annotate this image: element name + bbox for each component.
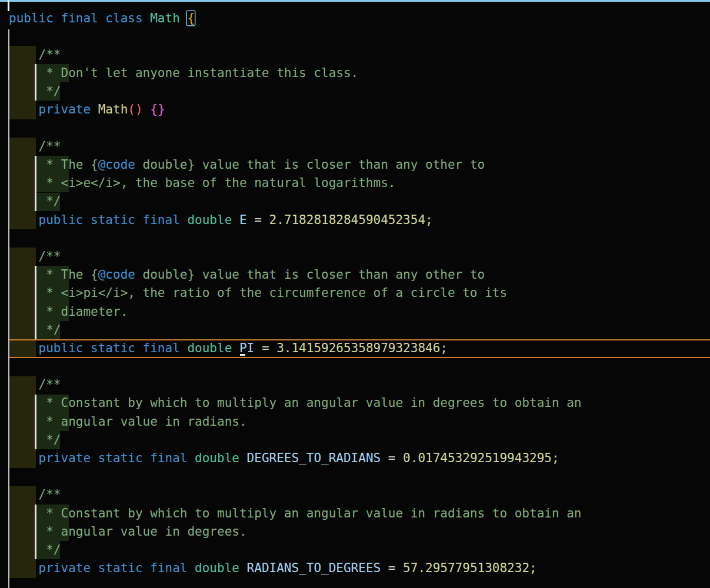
code-token: */ <box>9 543 61 557</box>
code-token: */ <box>9 433 61 447</box>
code-token: public final class <box>9 11 150 25</box>
current-line-border-bottom <box>9 357 710 358</box>
code-token: */ <box>9 84 61 98</box>
code-line[interactable]: /** <box>9 486 582 504</box>
code-line[interactable] <box>9 358 582 376</box>
code-line[interactable]: public static final double PI = 3.141592… <box>9 339 582 358</box>
code-token: = <box>247 213 269 227</box>
code-token: */ <box>9 194 61 208</box>
code-token: Math <box>150 11 180 25</box>
code-line[interactable]: * angular value in degrees. <box>9 523 582 541</box>
code-area[interactable]: public final class Math { /** * Don't le… <box>9 9 582 588</box>
code-line[interactable] <box>9 28 582 46</box>
code-line[interactable]: private static final double RADIANS_TO_D… <box>9 559 582 577</box>
window-top-border <box>0 0 710 2</box>
code-token: double} value that is closer than any ot… <box>135 158 485 172</box>
code-token: * diameter. <box>9 305 128 319</box>
code-line[interactable] <box>9 119 582 138</box>
code-token: * The { <box>9 268 98 282</box>
code-line[interactable]: * angular value in radians. <box>9 413 582 431</box>
code-line[interactable]: */ <box>9 82 582 101</box>
code-token: * <i>e</i>, the base of the natural loga… <box>9 176 395 190</box>
code-line[interactable]: * Constant by which to multiply an angul… <box>9 394 582 412</box>
code-line[interactable]: */ <box>9 192 582 211</box>
code-line[interactable]: * <i>pi</i>, the ratio of the circumfere… <box>9 284 582 302</box>
code-token <box>232 341 239 355</box>
code-line[interactable]: */ <box>9 431 582 449</box>
code-token: * <i>pi</i>, the ratio of the circumfere… <box>9 286 507 300</box>
code-token: double <box>187 213 232 227</box>
code-token: * Don't let anyone instantiate this clas… <box>9 66 358 80</box>
code-token: = <box>381 451 403 465</box>
code-token <box>239 561 247 575</box>
code-token: () <box>128 102 142 116</box>
code-token: 57.29577951308232; <box>403 561 537 575</box>
code-token: 0.017453292519943295; <box>403 451 559 465</box>
code-token: DEGREES_TO_RADIANS <box>247 451 381 465</box>
code-token: private static final <box>9 451 195 465</box>
code-token <box>239 451 247 465</box>
code-token: /** <box>9 139 61 153</box>
code-token: @code <box>98 268 135 282</box>
code-line[interactable]: private static final double DEGREES_TO_R… <box>9 449 582 467</box>
code-line[interactable]: */ <box>9 321 582 339</box>
code-line[interactable]: * Don't let anyone instantiate this clas… <box>9 64 582 82</box>
code-token: /** <box>9 48 61 62</box>
code-line[interactable]: * Constant by which to multiply an angul… <box>9 505 582 523</box>
code-token: = <box>254 341 276 355</box>
code-line[interactable] <box>9 229 582 248</box>
code-token: E <box>239 213 247 227</box>
current-line-border-top <box>9 339 710 340</box>
code-token: public static final <box>9 341 187 355</box>
code-token: private <box>9 102 98 116</box>
code-line[interactable]: /** <box>9 138 582 156</box>
code-token <box>143 102 151 116</box>
code-line[interactable]: * The {@code double} value that is close… <box>9 266 582 284</box>
code-line[interactable]: */ <box>9 541 582 559</box>
code-token: /** <box>9 487 61 502</box>
code-token: RADIANS_TO_DEGREES <box>247 561 381 575</box>
code-token: private static final <box>9 561 195 575</box>
cursor <box>240 354 245 356</box>
code-line[interactable]: private Math() {} <box>9 101 582 119</box>
code-token: {} <box>150 102 165 116</box>
code-token: public static final <box>9 213 187 227</box>
code-line[interactable] <box>9 577 582 588</box>
code-line[interactable]: /** <box>9 248 582 266</box>
code-token: Math <box>98 102 128 116</box>
code-token <box>180 11 188 25</box>
code-line[interactable]: /** <box>9 46 582 64</box>
code-token: 3.14159265358979323846; <box>276 341 448 355</box>
code-token: * Constant by which to multiply an angul… <box>9 506 582 520</box>
code-token <box>232 213 239 227</box>
code-editor[interactable]: public final class Math { /** * Don't le… <box>0 0 710 588</box>
code-line[interactable]: public final class Math { <box>9 9 582 28</box>
code-line[interactable]: * diameter. <box>9 303 582 321</box>
code-token: double <box>195 561 239 575</box>
code-token: * angular value in degrees. <box>9 524 247 539</box>
code-token: = <box>381 561 403 575</box>
code-token: /** <box>9 377 61 392</box>
code-token: */ <box>9 323 61 337</box>
code-line[interactable] <box>9 467 582 486</box>
code-token: @code <box>98 158 135 172</box>
code-token: /** <box>9 249 61 263</box>
code-line[interactable]: /** <box>9 376 582 394</box>
code-token: 2.7182818284590452354; <box>269 213 433 227</box>
code-token: double} value that is closer than any ot… <box>135 268 485 282</box>
code-token: PI <box>239 341 254 355</box>
code-token: double <box>195 451 239 465</box>
code-token: * Constant by which to multiply an angul… <box>9 396 582 410</box>
code-token: { <box>187 11 195 25</box>
code-token: * The { <box>9 158 98 172</box>
code-line[interactable]: * <i>e</i>, the base of the natural loga… <box>9 174 582 192</box>
code-line[interactable]: public static final double E = 2.7182818… <box>9 211 582 229</box>
code-token: double <box>187 341 232 355</box>
code-line[interactable]: * The {@code double} value that is close… <box>9 156 582 174</box>
code-token: * angular value in radians. <box>9 415 247 429</box>
